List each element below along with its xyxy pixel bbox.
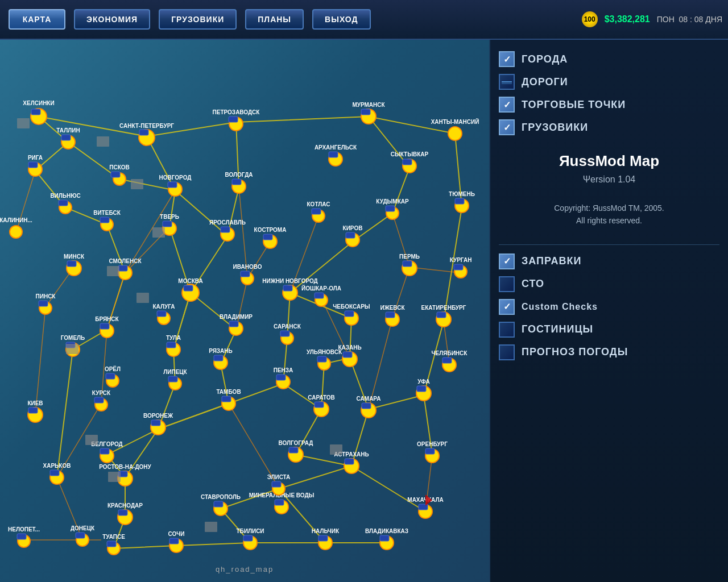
svg-rect-148 bbox=[229, 117, 238, 122]
svg-text:ЙОШКАР-ОЛА: ЙОШКАР-ОЛА bbox=[301, 285, 341, 292]
svg-text:ЭЛИСТА: ЭЛИСТА bbox=[267, 474, 291, 480]
legend-item-weather[interactable]: ПРОГНОЗ ПОГОДЫ bbox=[499, 344, 719, 360]
legend-item-custom-checks[interactable]: ✓ Custom Checks bbox=[499, 299, 719, 315]
svg-rect-189 bbox=[276, 375, 286, 380]
svg-rect-178 bbox=[386, 312, 395, 318]
svg-rect-210 bbox=[107, 541, 116, 547]
svg-rect-215 bbox=[17, 118, 30, 128]
svg-rect-154 bbox=[329, 152, 338, 157]
svg-rect-170 bbox=[403, 261, 412, 267]
svg-rect-174 bbox=[157, 311, 166, 317]
svg-rect-159 bbox=[221, 227, 230, 232]
svg-text:САМАРА: САМАРА bbox=[357, 396, 381, 402]
svg-text:ХАНТЫ-МАНСИЙ: ХАНТЫ-МАНСИЙ bbox=[431, 118, 479, 125]
svg-text:КУДЫМКАР: КУДЫМКАР bbox=[376, 198, 409, 205]
right-panel: ✓ ГОРОДА ДОРОГИ ✓ ТОРГОВЫЕ ТОЧКИ ✓ ГРУЗО… bbox=[489, 40, 728, 582]
svg-text:ЯРОСЛАВЛЬ: ЯРОСЛАВЛЬ bbox=[209, 219, 246, 226]
svg-rect-184 bbox=[343, 352, 352, 357]
svg-text:АРХАНГЕЛЬСК: АРХАНГЕЛЬСК bbox=[315, 144, 357, 151]
svg-text:КАЛИНИН...: КАЛИНИН... bbox=[0, 217, 32, 223]
svg-rect-225 bbox=[205, 522, 217, 532]
svg-text:СЫКТЫВКАР: СЫКТЫВКАР bbox=[391, 151, 429, 157]
svg-rect-208 bbox=[17, 534, 26, 539]
svg-rect-150 bbox=[28, 162, 38, 168]
svg-rect-171 bbox=[454, 264, 463, 270]
divider bbox=[499, 244, 719, 245]
svg-text:ПЕНЗА: ПЕНЗА bbox=[274, 367, 293, 373]
legend-label-trade: ТОРГОВЫЕ ТОЧКИ bbox=[522, 99, 626, 111]
svg-text:ВИТЕБСК: ВИТЕБСК bbox=[93, 210, 121, 216]
svg-rect-152 bbox=[168, 182, 177, 188]
svg-text:МОСКВА: МОСКВА bbox=[178, 278, 202, 284]
legend-label-hotel: ГОСТИНИЦЫ bbox=[522, 323, 593, 335]
legend-label-roads: ДОРОГИ bbox=[522, 76, 568, 88]
svg-text:РИГА: РИГА bbox=[28, 155, 43, 161]
svg-text:НОВГОРОД: НОВГОРОД bbox=[159, 174, 192, 181]
legend-item-hotel[interactable]: ГОСТИНИЦЫ bbox=[499, 322, 719, 338]
money-display: $3,382,281 bbox=[605, 14, 650, 24]
svg-rect-221 bbox=[66, 344, 78, 354]
mod-copyright: Copyright: ЯussMod TМ, 2005. All rights … bbox=[499, 202, 719, 227]
svg-rect-197 bbox=[100, 448, 109, 454]
legend-item-gas[interactable]: ✓ ЗАПРАВКИ bbox=[499, 253, 719, 269]
svg-rect-224 bbox=[330, 444, 342, 455]
svg-text:РОСТОВ-НА-ДОНУ: РОСТОВ-НА-ДОНУ bbox=[99, 464, 151, 470]
svg-text:ТУЛА: ТУЛА bbox=[166, 335, 181, 341]
svg-rect-179 bbox=[437, 312, 446, 318]
legend-item-trucks[interactable]: ✓ ГРУЗОВИКИ bbox=[499, 119, 719, 135]
svg-text:ТАЛЛИН: ТАЛЛИН bbox=[56, 127, 80, 134]
svg-rect-202 bbox=[345, 459, 354, 464]
svg-text:ВОЛОГДА: ВОЛОГДА bbox=[225, 172, 253, 178]
svg-rect-219 bbox=[107, 266, 119, 276]
svg-text:МУРМАНСК: МУРМАНСК bbox=[352, 102, 385, 108]
svg-rect-168 bbox=[283, 285, 292, 291]
svg-rect-218 bbox=[152, 227, 165, 238]
svg-rect-153 bbox=[232, 179, 241, 185]
svg-rect-169 bbox=[346, 232, 355, 238]
svg-rect-155 bbox=[403, 159, 412, 165]
svg-rect-186 bbox=[442, 357, 452, 363]
svg-rect-214 bbox=[380, 535, 389, 541]
btn-economy[interactable]: ЭКОНОМИЯ bbox=[74, 9, 150, 30]
svg-rect-203 bbox=[118, 510, 127, 516]
map-area[interactable]: ХЕЛСИНКИ ТАЛЛИН САНКТ-ПЕТЕРБУРГ ПЕТРОЗАВ… bbox=[0, 40, 489, 582]
svg-rect-213 bbox=[318, 535, 328, 541]
svg-rect-209 bbox=[76, 533, 85, 538]
legend-item-trade[interactable]: ✓ ТОРГОВЫЕ ТОЧКИ bbox=[499, 97, 719, 113]
svg-rect-156 bbox=[59, 200, 68, 206]
svg-text:ПСКОВ: ПСКОВ bbox=[109, 164, 130, 171]
svg-rect-147 bbox=[139, 130, 148, 135]
btn-map[interactable]: КАРТА bbox=[9, 9, 65, 30]
svg-point-41 bbox=[10, 226, 22, 238]
svg-text:ВЛАДИМИР: ВЛАДИМИР bbox=[220, 314, 253, 320]
legend-top-section: ✓ ГОРОДА ДОРОГИ ✓ ТОРГОВЫЕ ТОЧКИ ✓ ГРУЗО… bbox=[499, 51, 719, 135]
btn-plans[interactable]: ПЛАНЫ bbox=[245, 9, 304, 30]
legend-item-service[interactable]: СТО bbox=[499, 276, 719, 292]
svg-text:САРАТОВ: САРАТОВ bbox=[308, 394, 335, 401]
svg-rect-222 bbox=[85, 435, 98, 445]
svg-rect-183 bbox=[280, 331, 289, 336]
legend-item-roads[interactable]: ДОРОГИ bbox=[499, 74, 719, 90]
svg-rect-172 bbox=[39, 301, 48, 306]
svg-rect-164 bbox=[67, 261, 76, 267]
svg-rect-167 bbox=[241, 271, 250, 277]
svg-text:КАЛУГА: КАЛУГА bbox=[153, 304, 175, 310]
svg-text:ТЮМЕНЬ: ТЮМЕНЬ bbox=[449, 191, 475, 197]
map-svg: ХЕЛСИНКИ ТАЛЛИН САНКТ-ПЕТЕРБУРГ ПЕТРОЗАВ… bbox=[0, 40, 489, 582]
svg-rect-198 bbox=[50, 470, 59, 476]
btn-exit[interactable]: ВЫХОД bbox=[312, 9, 370, 30]
svg-rect-188 bbox=[168, 376, 177, 382]
svg-text:ТВЕРЬ: ТВЕРЬ bbox=[160, 214, 179, 220]
svg-text:НИЖНИ НОВГОРОД: НИЖНИ НОВГОРОД bbox=[262, 278, 317, 284]
svg-rect-163 bbox=[455, 198, 464, 204]
legend-item-cities[interactable]: ✓ ГОРОДА bbox=[499, 51, 719, 67]
btn-trucks[interactable]: ГРУЗОВИКИ bbox=[159, 9, 237, 30]
svg-rect-193 bbox=[28, 408, 38, 413]
svg-text:САРАНСК: САРАНСК bbox=[274, 323, 301, 330]
svg-text:УЛЬЯНОВСК: УЛЬЯНОВСК bbox=[307, 349, 342, 355]
svg-rect-166 bbox=[184, 285, 193, 291]
mod-version: Ψersion 1.04 bbox=[499, 174, 719, 185]
svg-text:ТБИЛИСИ: ТБИЛИСИ bbox=[236, 528, 264, 534]
svg-text:СОЧИ: СОЧИ bbox=[168, 531, 185, 537]
svg-rect-204 bbox=[214, 501, 223, 507]
